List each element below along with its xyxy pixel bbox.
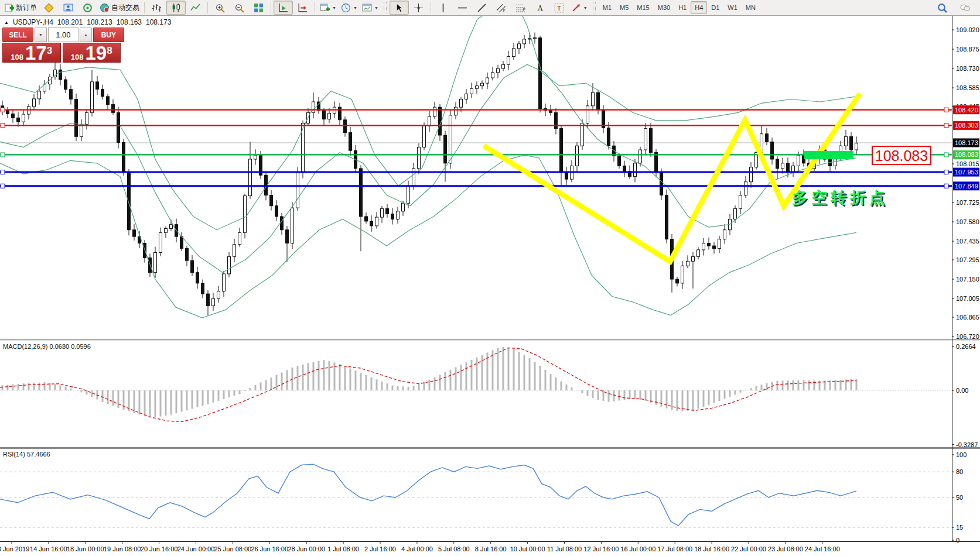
- price-annotation-box[interactable]: 108.083: [872, 146, 931, 164]
- trendline-button[interactable]: [472, 1, 491, 15]
- periods-menu-button[interactable]: ▼: [339, 1, 360, 15]
- tile-windows-button[interactable]: [249, 1, 268, 15]
- svg-text:18 Jul 16:00: 18 Jul 16:00: [694, 545, 729, 552]
- svg-text:28 Jun 00:00: 28 Jun 00:00: [288, 545, 325, 552]
- zoom-in-button[interactable]: [210, 1, 230, 15]
- svg-text:MACD(12,26,9) 0.0680 0.0596: MACD(12,26,9) 0.0680 0.0596: [3, 343, 91, 350]
- vertical-line-button[interactable]: [433, 1, 453, 15]
- candles-icon: [171, 3, 181, 13]
- svg-text:F: F: [523, 6, 525, 12]
- auto-scroll-button[interactable]: [274, 1, 293, 15]
- cursor-button[interactable]: [390, 1, 409, 15]
- linechart-icon: [190, 3, 200, 13]
- timeframe-button-h4[interactable]: H4: [691, 1, 707, 14]
- rsi-label: RSI(14) 57.4666: [3, 451, 50, 458]
- timeframe-button-w1[interactable]: W1: [723, 1, 742, 14]
- chart-shift-button[interactable]: [293, 1, 312, 15]
- crosshair-button[interactable]: [409, 1, 428, 15]
- svg-text:T: T: [557, 4, 561, 11]
- collapse-arrow-icon[interactable]: ▲: [4, 20, 9, 25]
- svg-text:108.420: 108.420: [955, 107, 978, 114]
- timeframe-button-m30[interactable]: M30: [654, 1, 674, 14]
- fibonacci-button[interactable]: F: [511, 1, 530, 15]
- svg-text:2 Jul 16:00: 2 Jul 16:00: [364, 545, 396, 552]
- svg-text:80: 80: [956, 468, 963, 475]
- auto-trading-button[interactable]: 自动交易: [97, 1, 142, 15]
- svg-text:107.295: 107.295: [956, 256, 979, 263]
- turning-point-label[interactable]: 多空转折点多空转折点: [792, 189, 890, 208]
- arrowsmenu-icon: [571, 3, 581, 13]
- svg-text:5 Jul 08:00: 5 Jul 08:00: [438, 545, 470, 552]
- volume-input[interactable]: [48, 28, 78, 42]
- new-chart-button[interactable]: ▼: [317, 1, 339, 15]
- chevron-down-icon: ▼: [374, 6, 378, 10]
- timeframe-button-m5[interactable]: M5: [616, 1, 633, 14]
- svg-text:15: 15: [956, 524, 963, 531]
- line-chart-button[interactable]: [186, 1, 205, 15]
- mt4-window: 108.083多空转折点多空转折点109.020108.875108.73010…: [0, 0, 980, 556]
- sell-button[interactable]: SELL: [2, 28, 33, 42]
- svg-text:13 Jun 2019: 13 Jun 2019: [0, 545, 29, 552]
- svg-text:108.173: 108.173: [955, 139, 978, 146]
- bar-chart-button[interactable]: [147, 1, 166, 15]
- timeframe-button-mn[interactable]: MN: [742, 1, 760, 14]
- chevron-down-icon: ▼: [332, 6, 336, 10]
- svg-text:107.580: 107.580: [956, 218, 979, 225]
- market-watch-button[interactable]: [59, 1, 78, 15]
- cross-icon: [414, 3, 424, 13]
- cursor-icon: [394, 3, 404, 13]
- autoscroll-icon: [278, 3, 288, 13]
- price-badge-108.303: 108.303: [953, 121, 979, 130]
- candlestick-chart-button[interactable]: [166, 1, 186, 15]
- svg-text:107.005: 107.005: [956, 295, 979, 302]
- svg-text:0.2664: 0.2664: [956, 343, 976, 350]
- signals-button[interactable]: [78, 1, 97, 15]
- svg-text:E: E: [503, 8, 506, 12]
- timeframe-button-m1[interactable]: M1: [599, 1, 616, 14]
- chevron-down-icon: ▼: [583, 6, 588, 10]
- equidistant-channel-button[interactable]: E: [491, 1, 511, 15]
- chart-symbol-period: USDJPY-,H4: [13, 18, 53, 26]
- indicators-menu-button[interactable]: ▼: [360, 1, 381, 15]
- zoomout-icon: [234, 3, 244, 13]
- svg-text:0: 0: [956, 537, 959, 544]
- svg-text:18 Jun 00:00: 18 Jun 00:00: [67, 545, 104, 552]
- chat-button[interactable]: [955, 1, 975, 15]
- timeframe-button-m15[interactable]: M15: [633, 1, 653, 14]
- sell-price-quote[interactable]: 108173: [2, 43, 61, 63]
- svg-text:25 Jun 08:00: 25 Jun 08:00: [214, 545, 252, 552]
- search-button[interactable]: [933, 1, 952, 15]
- svg-text:0.00: 0.00: [956, 387, 968, 394]
- buy-button[interactable]: BUY: [93, 28, 124, 42]
- hline-icon: [457, 3, 467, 13]
- svg-text:100: 100: [956, 451, 967, 458]
- clock-icon: [341, 3, 351, 13]
- text-button[interactable]: A: [530, 1, 549, 15]
- svg-text:-0.3287: -0.3287: [956, 441, 978, 448]
- buy-price-big: 19: [86, 44, 107, 61]
- channel-icon: E: [496, 3, 506, 13]
- timeframe-button-h1[interactable]: H1: [674, 1, 691, 14]
- horizontal-line-button[interactable]: [453, 1, 472, 15]
- shift-icon: [298, 3, 308, 13]
- ohlc-high: 108.213: [87, 18, 112, 26]
- metaeditor-button[interactable]: [39, 1, 59, 15]
- price-badge-108.173: 108.173: [953, 138, 979, 147]
- volume-increase-button[interactable]: ▲: [80, 28, 92, 42]
- sell-price-prefix: 108: [11, 53, 23, 61]
- green-highlight-bar[interactable]: [804, 151, 853, 159]
- zoom-out-button[interactable]: [230, 1, 249, 15]
- svg-text:24 Jul 16:00: 24 Jul 16:00: [805, 545, 840, 552]
- svg-text:26 Jun 16:00: 26 Jun 16:00: [251, 545, 288, 552]
- volume-decrease-button[interactable]: ▼: [35, 28, 47, 42]
- chart-canvas[interactable]: 108.083多空转折点多空转折点109.020108.875108.73010…: [0, 0, 980, 556]
- new-order-button[interactable]: 新订单: [2, 1, 39, 15]
- bars-icon: [152, 3, 162, 13]
- svg-text:107.725: 107.725: [956, 199, 979, 206]
- timeframe-button-d1[interactable]: D1: [707, 1, 723, 14]
- toolbar-separator: [144, 2, 145, 13]
- buy-price-quote[interactable]: 108198: [63, 43, 121, 63]
- arrows-menu-button[interactable]: ▼: [569, 1, 590, 15]
- text-label-button[interactable]: T: [549, 1, 569, 15]
- toolbar-grip: [593, 2, 596, 13]
